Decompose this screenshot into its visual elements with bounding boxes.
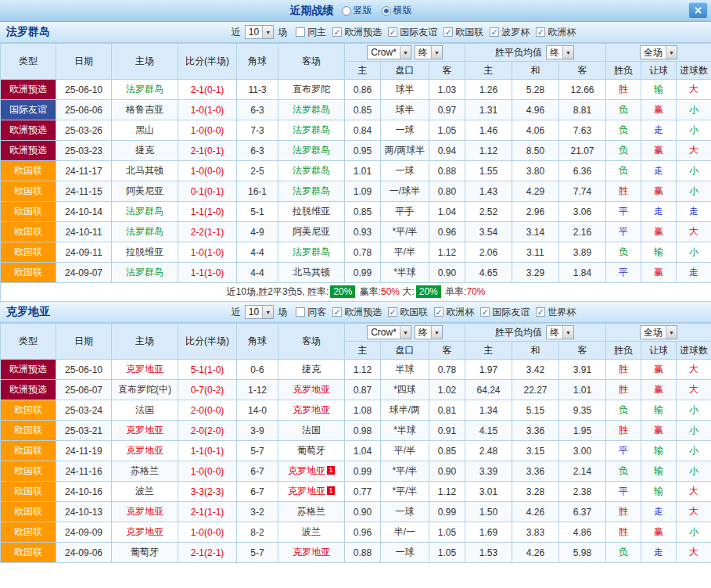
score-cell: 2-2(1-1) <box>178 222 237 242</box>
date-cell: 24-11-19 <box>56 441 112 461</box>
result-cell: 平 <box>606 202 641 222</box>
avg-stage-select[interactable]: 终▼ <box>546 325 574 339</box>
match-row: 欧洲预选25-06-10克罗地亚5-1(1-0)0-6捷克1.12半球0.781… <box>1 360 711 380</box>
result-cell: 平 <box>606 441 641 461</box>
competition-filter[interactable]: ✓欧国联 <box>443 26 483 39</box>
away-team-cell: 法罗群岛 <box>278 120 345 141</box>
bookmaker-select[interactable]: Crow*▼ <box>367 325 411 339</box>
bookmaker-select[interactable]: Crow*▼ <box>367 45 411 59</box>
competition-filter[interactable]: ✓欧洲预选 <box>332 306 382 319</box>
games-count-select[interactable]: 10▼ <box>245 25 274 39</box>
avg-away-cell: 8.81 <box>559 100 606 120</box>
avg-away-cell: 3.00 <box>559 441 606 461</box>
avg-odds-group-header: 胜平负均值终▼ <box>465 324 606 342</box>
match-row: 欧国联25-03-21克罗地亚2-0(2-0)3-9法国0.98*半球0.914… <box>1 421 711 441</box>
checkbox-checked[interactable]: ✓ <box>490 27 499 37</box>
scope-select[interactable]: 全场▼ <box>640 325 677 339</box>
handicap-cell: *平/半 <box>381 222 429 242</box>
handicap-result-cell: 赢 <box>641 522 677 543</box>
checkbox-checked[interactable]: ✓ <box>332 27 342 37</box>
result-cell: 负 <box>606 400 641 421</box>
score-cell: 1-1(1-0) <box>178 202 237 222</box>
home-odds-header: 主 <box>345 62 381 80</box>
away-odds-cell: 0.85 <box>429 441 465 461</box>
dropdown-arrow-icon: ▼ <box>666 326 677 339</box>
result-cell: 负 <box>606 461 641 482</box>
result-cell: 胜 <box>606 502 641 522</box>
radio-vertical-layout[interactable]: 竖版 <box>342 4 372 17</box>
checkbox-checked[interactable]: ✓ <box>388 27 397 37</box>
same-venue-filter[interactable]: 同客 <box>296 306 326 319</box>
checkbox-unchecked[interactable] <box>296 27 305 37</box>
competition-label: 欧洲预选 <box>344 306 382 319</box>
handicap-result-cell: 走 <box>641 502 677 522</box>
home-odds-cell: 0.96 <box>345 522 381 543</box>
scope-select[interactable]: 全场▼ <box>640 45 677 59</box>
checkbox-checked[interactable]: ✓ <box>434 307 443 317</box>
checkbox-checked[interactable]: ✓ <box>536 307 545 317</box>
radio-button-icon[interactable] <box>342 6 351 16</box>
match-row: 欧国联24-09-11拉脱维亚1-0(1-0)4-4法罗群岛0.78平/半1.1… <box>1 242 711 263</box>
competition-filter[interactable]: ✓国际友谊 <box>388 26 437 39</box>
radio-horizontal-layout[interactable]: 横版 <box>382 4 412 17</box>
away-odds-cell: 1.12 <box>429 242 465 263</box>
match-row: 欧国联24-09-07法罗群岛1-1(1-0)4-4北马其顿0.99*半球0.9… <box>1 263 711 283</box>
handicap-result-cell: 输 <box>641 242 677 263</box>
handicap-cell: *平/半 <box>381 482 429 502</box>
away-team-cell: 直布罗陀 <box>278 80 345 100</box>
avg-draw-cell: 3.28 <box>512 482 559 502</box>
close-button[interactable]: ✕ <box>688 2 708 19</box>
checkbox-checked[interactable]: ✓ <box>536 27 545 37</box>
avg-away-cell: 7.63 <box>559 120 606 141</box>
home-odds-cell: 1.09 <box>345 181 381 202</box>
date-cell: 25-06-10 <box>56 360 112 380</box>
avg-away-cell: 3.06 <box>559 202 606 222</box>
competition-filter[interactable]: ✓欧国联 <box>388 306 428 319</box>
home-team-cell: 法罗群岛 <box>112 80 178 100</box>
radio-button-icon[interactable] <box>382 6 391 16</box>
avg-draw-cell: 2.96 <box>512 202 559 222</box>
dropdown-arrow-icon: ▼ <box>400 326 411 339</box>
near-label: 近 <box>232 306 241 319</box>
score-cell: 2-1(0-1) <box>178 141 237 161</box>
handicap-odds-group-header: Crow*▼终▼ <box>345 44 465 62</box>
avg-stage-select[interactable]: 终▼ <box>546 45 574 59</box>
competition-filter[interactable]: ✓国际友谊 <box>480 306 530 319</box>
checkbox-checked[interactable]: ✓ <box>443 27 453 37</box>
filter-bar: 近10▼场同客✓欧洲预选✓欧国联✓欧洲杯✓国际友谊✓世界杯 <box>229 305 576 319</box>
checkbox-checked[interactable]: ✓ <box>332 307 342 317</box>
handicap-cell: 平手 <box>381 202 429 222</box>
avg-draw-header: 和 <box>512 62 559 80</box>
handicap-result-cell: 输 <box>641 400 677 421</box>
odds-stage-select[interactable]: 终▼ <box>415 45 443 59</box>
result-header: 胜负 <box>606 62 641 80</box>
competition-filter[interactable]: ✓波罗杯 <box>490 26 530 39</box>
away-odds-cell: 1.04 <box>429 202 465 222</box>
home-column-header: 主场 <box>112 44 178 80</box>
check-icon: ✓ <box>334 28 341 36</box>
titlebar: 近期战绩 竖版 横版 ✕ <box>0 0 711 22</box>
same-venue-filter[interactable]: 同主 <box>296 26 326 39</box>
away-team-cell: 克罗地亚1 <box>278 461 345 482</box>
check-icon: ✓ <box>482 308 489 316</box>
handicap-cell: 半/一 <box>381 522 429 543</box>
match-row: 欧洲预选25-03-23捷克2-1(0-1)6-3法罗群岛0.95两/两球半0.… <box>1 141 711 161</box>
away-column-header: 客场 <box>278 324 345 360</box>
home-odds-cell: 0.88 <box>345 543 381 563</box>
checkbox-checked[interactable]: ✓ <box>388 307 397 317</box>
away-team-cell: 法罗群岛 <box>278 181 345 202</box>
home-odds-cell: 1.12 <box>345 360 381 380</box>
competition-filter[interactable]: ✓欧洲杯 <box>434 306 474 319</box>
games-count-select[interactable]: 10▼ <box>245 305 274 319</box>
checkbox-unchecked[interactable] <box>296 307 305 317</box>
handicap-cell: 一/球半 <box>381 181 429 202</box>
competition-filter[interactable]: ✓欧洲预选 <box>332 26 382 39</box>
competition-filter[interactable]: ✓世界杯 <box>536 306 576 319</box>
away-team-cell: 克罗地亚1 <box>278 482 345 502</box>
odds-stage-select[interactable]: 终▼ <box>415 325 443 339</box>
score-cell: 0-1(0-1) <box>178 181 237 202</box>
avg-away-cell: 6.36 <box>559 161 606 181</box>
score-cell: 1-0(0-0) <box>178 461 237 482</box>
competition-filter[interactable]: ✓欧洲杯 <box>536 26 576 39</box>
checkbox-checked[interactable]: ✓ <box>480 307 490 317</box>
